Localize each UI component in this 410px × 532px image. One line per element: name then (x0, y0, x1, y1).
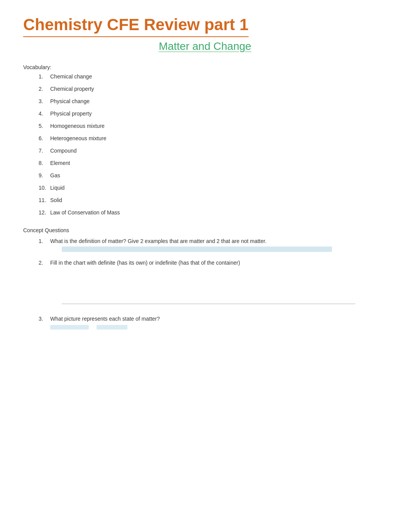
chart-bottom-line (62, 304, 355, 304)
vocab-item-12: 12. Law of Conservation of Mass (39, 209, 387, 216)
vocab-item-8: 8. Element (39, 160, 387, 166)
vocab-item-5: 5. Homogeneous mixture (39, 123, 387, 129)
vocabulary-list: 1. Chemical change 2. Chemical property … (23, 73, 387, 216)
concept-question-1: 1. What is the definition of matter? Giv… (39, 238, 387, 252)
vocab-item-1: 1. Chemical change (39, 73, 387, 80)
vocab-item-2: 2. Chemical property (39, 86, 387, 92)
answer-highlight-1 (62, 246, 332, 252)
vocab-item-9: 9. Gas (39, 172, 387, 178)
concept-question-3: 3. What picture represents each state of… (39, 316, 387, 381)
vocab-item-10: 10. Liquid (39, 185, 387, 191)
concept-questions-label: Concept Questions (23, 227, 387, 233)
vocab-item-4: 4. Physical property (39, 110, 387, 117)
page-title: Chemistry CFE Review part 1 (23, 15, 249, 37)
concept-question-2: 2. Fill in the chart with definite (has … (39, 260, 387, 308)
state-of-matter-area (62, 334, 160, 381)
concept-questions-list: 1. What is the definition of matter? Giv… (23, 238, 387, 381)
vocab-item-11: 11. Solid (39, 197, 387, 203)
vocabulary-label: Vocabulary: (23, 64, 387, 70)
vocab-item-3: 3. Physical change (39, 98, 387, 104)
chart-area (62, 269, 387, 300)
subtitle: Matter and Change (23, 40, 387, 53)
vocab-item-6: 6. Heterogeneous mixture (39, 135, 387, 141)
vocab-item-7: 7. Compound (39, 148, 387, 154)
